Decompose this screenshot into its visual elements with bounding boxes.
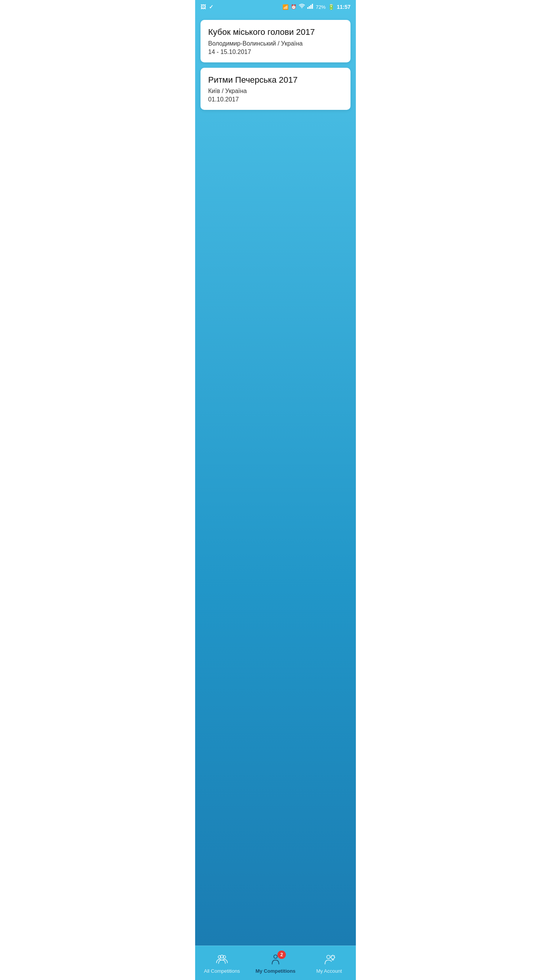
status-bar-left: 🖼 ✓ xyxy=(201,4,214,10)
bluetooth-icon: 📶 xyxy=(282,4,289,10)
battery-icon: 🔋 xyxy=(328,4,334,10)
nav-item-all-competitions[interactable]: All Competitions xyxy=(195,949,249,977)
battery-percentage: 72% xyxy=(316,4,326,10)
signal-icon xyxy=(307,4,313,10)
nav-label-my-competitions: My Competitions xyxy=(256,968,296,974)
competition-date-2: 01.10.2017 xyxy=(208,96,343,103)
nav-label-my-account: My Account xyxy=(316,968,342,974)
my-account-icon xyxy=(322,952,336,967)
gallery-status-icon: 🖼 xyxy=(201,4,206,10)
time-display: 11:57 xyxy=(337,4,350,10)
svg-point-8 xyxy=(327,955,330,959)
my-competitions-badge: 2 xyxy=(277,951,286,959)
competition-card-2[interactable]: Ритми Печерська 2017 Київ / Україна 01.1… xyxy=(201,68,350,110)
my-competitions-icon: 2 xyxy=(268,952,283,967)
alarm-icon: ⏰ xyxy=(291,4,297,10)
competition-date-1: 14 - 15.10.2017 xyxy=(208,49,343,56)
competition-location-2: Київ / Україна xyxy=(208,88,343,95)
nav-label-all-competitions: All Competitions xyxy=(204,968,240,974)
bottom-nav: All Competitions 2 My Competitions xyxy=(195,946,356,980)
status-bar-right: 📶 ⏰ 72% 🔋 11:57 xyxy=(282,4,350,10)
svg-rect-3 xyxy=(312,4,313,9)
svg-rect-2 xyxy=(310,5,311,9)
nav-item-my-account[interactable]: My Account xyxy=(302,949,356,977)
competition-title-1: Кубок міського голови 2017 xyxy=(208,27,343,38)
wifi-icon xyxy=(299,4,305,10)
all-competitions-icon xyxy=(215,952,229,967)
competition-card-1[interactable]: Кубок міського голови 2017 Володимир-Вол… xyxy=(201,20,350,62)
screen: 🖼 ✓ 📶 ⏰ 72% xyxy=(195,0,356,980)
svg-point-7 xyxy=(274,955,277,958)
svg-rect-1 xyxy=(309,6,310,9)
status-bar: 🖼 ✓ 📶 ⏰ 72% xyxy=(195,0,356,14)
svg-rect-0 xyxy=(307,7,308,9)
content-area: Кубок міського голови 2017 Володимир-Вол… xyxy=(195,14,356,946)
competition-location-1: Володимир-Волинський / Україна xyxy=(208,40,343,47)
nav-item-my-competitions[interactable]: 2 My Competitions xyxy=(249,949,302,977)
svg-line-13 xyxy=(334,956,334,956)
svg-line-14 xyxy=(331,956,331,956)
competition-title-2: Ритми Печерська 2017 xyxy=(208,75,343,86)
check-status-icon: ✓ xyxy=(209,4,214,10)
